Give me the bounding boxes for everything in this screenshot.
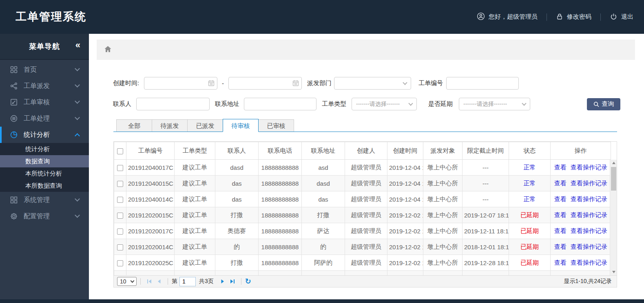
create-time-start-input[interactable]	[144, 77, 217, 90]
action-link[interactable]: 查看	[554, 164, 567, 171]
table-header-row: 工单编号工单类型联系人联系电话联系地址创建人创建时间派发对象限定截止时间状态操作	[114, 142, 611, 160]
create-time-end-input[interactable]	[228, 77, 302, 90]
cell-creator: 超级管理员	[345, 255, 387, 271]
cell-order-no: 201912020015C	[126, 207, 175, 223]
sidebar-item-dispatch[interactable]: 工单派发	[0, 78, 89, 94]
last-page-button[interactable]	[228, 279, 237, 284]
sidebar-item-review[interactable]: 工单审核	[0, 94, 89, 110]
sidebar-item-statistics[interactable]: 统计分析	[0, 127, 89, 143]
scroll-down-icon[interactable]	[610, 269, 617, 275]
contact-input[interactable]	[136, 98, 210, 110]
dispatch-dept-select[interactable]	[334, 77, 411, 90]
row-checkbox[interactable]	[117, 213, 123, 219]
chevron-down-icon	[131, 279, 135, 283]
order-type-select[interactable]: -------请选择-------	[352, 98, 417, 110]
row-checkbox[interactable]	[117, 228, 123, 235]
grid-icon	[10, 66, 18, 74]
cell-dispatch-target: 墩上中心所	[423, 255, 463, 271]
action-link[interactable]: 查看	[554, 243, 567, 250]
chevron-up-icon	[75, 133, 80, 138]
sidebar-item-config[interactable]: 配置管理	[0, 208, 89, 224]
sidebar-item-process[interactable]: 工单处理	[0, 110, 89, 127]
row-checkbox[interactable]	[117, 244, 123, 250]
cell-actions: 查看查看操作记录	[551, 223, 611, 239]
cell-select	[114, 176, 126, 191]
action-link[interactable]: 查看操作记录	[571, 164, 607, 171]
action-link[interactable]: 查看操作记录	[571, 180, 607, 187]
cell-dispatch-target: 墩上中心所	[423, 207, 463, 223]
gear-icon	[10, 212, 18, 220]
table-row: 201912020017C建议工单奥德赛18888888888萨达超级管理员20…	[114, 223, 611, 239]
page-size-select[interactable]: 10	[117, 277, 137, 286]
delay-select[interactable]: -------请选择-------	[459, 98, 530, 110]
action-link[interactable]: 查看操作记录	[571, 243, 607, 250]
cell-phone: 18888888888	[259, 239, 302, 255]
tab-pending-dispatch[interactable]: 待派发	[152, 119, 188, 132]
vertical-scrollbar[interactable]	[610, 160, 617, 275]
search-button[interactable]: 查询	[587, 98, 620, 110]
cell-order-type: 建议工单	[175, 223, 215, 239]
order-no-input[interactable]	[446, 77, 519, 90]
sidebar-item-label: 系统管理	[24, 196, 75, 204]
column-header: 状态	[509, 142, 551, 160]
cell-select	[114, 255, 126, 271]
header-actions: 您好，超级管理员 修改密码 退出	[477, 0, 633, 34]
refresh-icon[interactable]: ↻	[245, 278, 251, 285]
home-icon[interactable]	[104, 46, 112, 54]
page-number-input[interactable]	[179, 277, 196, 286]
prev-page-button[interactable]	[154, 279, 164, 284]
cell-select	[114, 239, 126, 255]
change-password-link[interactable]: 修改密码	[556, 13, 591, 22]
cell-contact: 奥德赛	[215, 223, 259, 239]
row-checkbox[interactable]	[117, 260, 123, 266]
first-page-button[interactable]	[144, 279, 154, 284]
collapse-sidebar-icon[interactable]: «	[75, 41, 81, 50]
user-greeting[interactable]: 您好，超级管理员	[477, 12, 538, 22]
footer-strip	[0, 299, 644, 303]
table-row: 201912040014C建议工单das18888888888das超级管理员2…	[114, 191, 611, 207]
cell-dispatch-target: 墩上中心所	[423, 160, 463, 176]
sidebar-item-system[interactable]: 系统管理	[0, 192, 89, 208]
cell-deadline: 2019-12-11 18:16	[463, 223, 509, 239]
action-link[interactable]: 查看	[554, 211, 567, 218]
tab-dispatched[interactable]: 已派发	[187, 119, 223, 132]
sidebar-item-label: 工单审核	[24, 98, 75, 107]
sidebar-header: 菜单导航 «	[0, 34, 89, 60]
action-link[interactable]: 查看操作记录	[571, 259, 607, 266]
action-link[interactable]: 查看操作记录	[571, 227, 607, 234]
scroll-up-icon[interactable]	[610, 160, 617, 166]
action-link[interactable]: 查看	[554, 195, 567, 202]
action-link[interactable]: 查看	[554, 227, 567, 234]
cell-order-type: 建议工单	[175, 207, 215, 223]
filter-form: 创建时间: - 派发部门 工单编号 联系人	[113, 77, 644, 110]
app-title: 工单管理系统	[15, 9, 86, 24]
cell-deadline: ---	[463, 160, 509, 176]
submenu-item-local-data-query[interactable]: 本所数据查询	[0, 180, 89, 192]
cell-address: 阿萨的	[302, 255, 345, 271]
tab-reviewed[interactable]: 已审核	[258, 119, 294, 132]
row-checkbox[interactable]	[117, 197, 123, 203]
next-page-button[interactable]	[218, 279, 228, 284]
scrollbar-thumb[interactable]	[611, 167, 616, 191]
logout-link[interactable]: 退出	[610, 13, 633, 22]
row-checkbox[interactable]	[117, 181, 123, 187]
submenu-item-data-query[interactable]: 数据查询	[0, 155, 89, 167]
submenu-item-statistics[interactable]: 统计分析	[0, 143, 89, 155]
select-all-checkbox[interactable]	[117, 148, 123, 154]
action-link[interactable]: 查看操作记录	[571, 211, 607, 218]
cell-phone: 18888888888	[259, 176, 302, 191]
cell-actions: 查看查看操作记录	[551, 191, 611, 207]
sidebar-item-label: 工单处理	[24, 114, 75, 123]
power-icon	[610, 13, 617, 22]
action-link[interactable]: 查看	[554, 180, 567, 187]
action-link[interactable]: 查看操作记录	[571, 195, 607, 202]
create-time-label: 创建时间:	[113, 79, 144, 87]
pager-divider	[168, 278, 168, 285]
address-input[interactable]	[244, 98, 316, 110]
submenu-item-local-statistics[interactable]: 本所统计分析	[0, 167, 89, 180]
tab-pending-review[interactable]: 待审核	[223, 119, 259, 132]
sidebar-item-home[interactable]: 首页	[0, 61, 89, 78]
row-checkbox[interactable]	[117, 165, 123, 171]
action-link[interactable]: 查看	[554, 259, 567, 266]
tab-all[interactable]: 全部	[116, 119, 152, 132]
